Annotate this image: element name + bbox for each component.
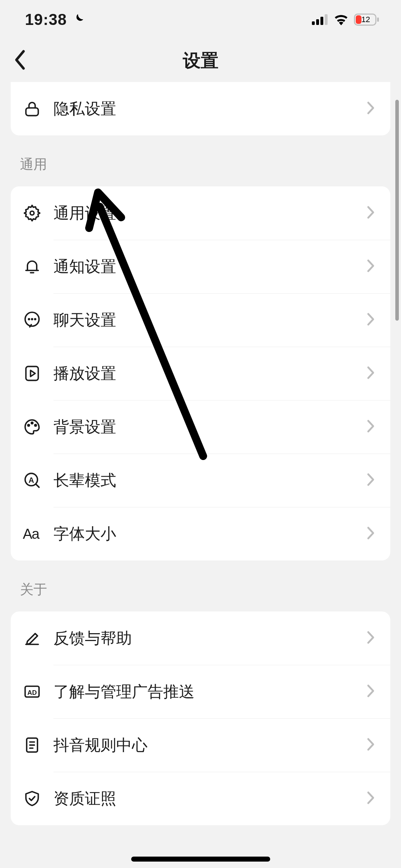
svg-rect-5 xyxy=(377,17,379,22)
row-notification-settings[interactable]: 通知设置 xyxy=(11,240,390,293)
scroll-indicator[interactable] xyxy=(395,100,399,321)
palette-icon xyxy=(23,418,53,436)
svg-point-16 xyxy=(28,425,29,426)
chevron-right-icon xyxy=(366,365,375,382)
row-general-settings[interactable]: 通用设置 xyxy=(11,186,390,240)
cellular-signal-icon xyxy=(312,14,328,25)
svg-rect-6 xyxy=(356,15,361,24)
svg-point-9 xyxy=(30,211,34,215)
svg-marker-15 xyxy=(31,370,35,376)
chevron-right-icon xyxy=(366,100,375,117)
battery-icon: 12 xyxy=(354,14,380,26)
chat-icon xyxy=(23,311,53,329)
shield-check-icon xyxy=(23,789,53,808)
row-label: 抖音规则中心 xyxy=(53,735,366,756)
svg-point-18 xyxy=(35,425,36,426)
svg-rect-8 xyxy=(26,108,38,116)
svg-text:AD: AD xyxy=(27,689,37,696)
row-feedback-help[interactable]: 反馈与帮助 xyxy=(11,611,390,665)
play-icon xyxy=(23,364,53,383)
svg-rect-2 xyxy=(320,17,323,25)
svg-text:12: 12 xyxy=(361,15,370,24)
chevron-right-icon xyxy=(366,205,375,221)
magnify-a-icon: A xyxy=(23,471,53,490)
status-time: 19:38 xyxy=(25,11,67,29)
chevron-right-icon xyxy=(366,258,375,275)
row-label: 资质证照 xyxy=(53,788,366,809)
row-label: 了解与管理广告推送 xyxy=(53,681,366,702)
wifi-icon xyxy=(333,14,349,25)
chevron-right-icon xyxy=(366,790,375,807)
chevron-right-icon xyxy=(366,312,375,328)
dnd-moon-icon xyxy=(72,12,85,27)
row-elder-mode[interactable]: A 长辈模式 xyxy=(11,454,390,507)
row-label: 反馈与帮助 xyxy=(53,628,366,649)
page-title: 设置 xyxy=(0,49,401,73)
lock-icon xyxy=(23,99,53,118)
status-bar: 19:38 12 xyxy=(0,0,401,39)
svg-rect-1 xyxy=(316,19,319,25)
row-privacy-settings[interactable]: 隐私设置 xyxy=(11,82,390,135)
row-label: 通用设置 xyxy=(53,203,366,224)
section-general: 通用设置 通知设置 聊天设置 播放设置 xyxy=(11,186,390,560)
row-ad-management[interactable]: AD 了解与管理广告推送 xyxy=(11,665,390,718)
font-size-icon: Aa xyxy=(23,526,53,542)
row-label: 播放设置 xyxy=(53,363,366,384)
svg-line-20 xyxy=(36,484,39,487)
row-playback-settings[interactable]: 播放设置 xyxy=(11,347,390,400)
svg-point-17 xyxy=(31,422,33,424)
svg-rect-3 xyxy=(325,14,328,25)
section-header-general: 通用 xyxy=(0,135,401,186)
svg-point-12 xyxy=(32,319,33,320)
back-button[interactable] xyxy=(13,48,27,73)
svg-point-11 xyxy=(29,319,30,320)
pencil-icon xyxy=(23,629,53,647)
home-indicator[interactable] xyxy=(131,857,270,862)
svg-rect-14 xyxy=(26,367,38,381)
section-header-about: 关于 xyxy=(0,560,401,611)
document-icon xyxy=(23,736,53,754)
row-label: 通知设置 xyxy=(53,256,366,277)
chevron-right-icon xyxy=(366,630,375,646)
chevron-right-icon xyxy=(366,683,375,700)
svg-rect-0 xyxy=(312,21,315,25)
chevron-right-icon xyxy=(366,526,375,542)
row-chat-settings[interactable]: 聊天设置 xyxy=(11,293,390,347)
row-label: 字体大小 xyxy=(53,523,366,544)
svg-text:A: A xyxy=(29,476,34,485)
row-qualifications[interactable]: 资质证照 xyxy=(11,772,390,825)
nav-bar: 设置 xyxy=(0,39,401,82)
chevron-right-icon xyxy=(366,737,375,753)
section-top: 隐私设置 xyxy=(11,82,390,135)
gear-icon xyxy=(23,204,53,222)
svg-point-13 xyxy=(35,319,36,320)
ad-icon: AD xyxy=(23,682,53,701)
row-label: 隐私设置 xyxy=(53,98,366,119)
section-about: 反馈与帮助 AD 了解与管理广告推送 抖音规则中心 资质证照 xyxy=(11,611,390,825)
row-label: 长辈模式 xyxy=(53,470,366,491)
row-label: 背景设置 xyxy=(53,417,366,438)
row-font-size[interactable]: Aa 字体大小 xyxy=(11,507,390,560)
chevron-right-icon xyxy=(366,472,375,489)
chevron-right-icon xyxy=(366,419,375,435)
bell-icon xyxy=(23,257,53,276)
row-label: 聊天设置 xyxy=(53,310,366,331)
row-rules-center[interactable]: 抖音规则中心 xyxy=(11,718,390,772)
row-background-settings[interactable]: 背景设置 xyxy=(11,400,390,454)
